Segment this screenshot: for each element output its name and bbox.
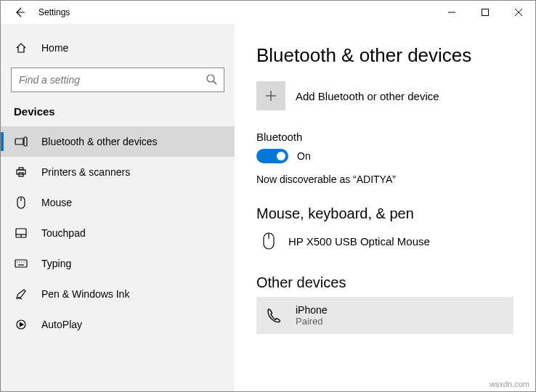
bluetooth-label: Bluetooth [256, 131, 513, 143]
sidebar-item-label: Bluetooth & other devices [41, 136, 158, 147]
pen-icon [14, 288, 28, 300]
page-title: Bluetooth & other devices [256, 44, 513, 67]
sidebar-item-label: Printers & scanners [41, 166, 130, 178]
sidebar-item-typing[interactable]: Typing [1, 248, 235, 279]
back-icon[interactable] [14, 7, 25, 18]
search-icon [206, 73, 217, 85]
sidebar-item-label: Mouse [41, 197, 72, 208]
svg-rect-8 [17, 170, 25, 174]
minimize-button[interactable] [435, 1, 468, 24]
main-panel: Bluetooth & other devices Add Bluetooth … [235, 24, 535, 391]
plus-icon [256, 81, 285, 110]
sidebar-item-pen[interactable]: Pen & Windows Ink [1, 279, 235, 309]
home-label: Home [41, 42, 68, 54]
section-other-title: Other devices [256, 274, 513, 291]
other-device-name: iPhone [296, 304, 328, 316]
search-input[interactable] [11, 68, 224, 92]
other-device-row[interactable]: iPhone Paired [256, 297, 513, 334]
sidebar-item-label: Pen & Windows Ink [41, 288, 129, 300]
discoverable-text: Now discoverable as “ADITYA” [256, 173, 513, 185]
svg-line-5 [214, 81, 216, 84]
watermark: wsxdn.com [490, 380, 529, 388]
section-mouse-title: Mouse, keyboard, & pen [256, 205, 513, 222]
sidebar-group-title: Devices [1, 99, 235, 126]
toggle-state: On [297, 150, 311, 162]
sidebar-item-autoplay[interactable]: AutoPlay [1, 309, 235, 340]
add-device-label: Add Bluetooth or other device [296, 90, 439, 102]
home-nav[interactable]: Home [1, 33, 235, 63]
titlebar: Settings [1, 1, 535, 24]
svg-rect-6 [15, 139, 23, 144]
close-button[interactable] [502, 1, 535, 24]
sidebar-item-label: Typing [41, 258, 71, 269]
svg-point-4 [207, 75, 214, 82]
search-wrap [11, 68, 224, 92]
keyboard-icon [14, 259, 28, 268]
touchpad-icon [14, 228, 28, 238]
bluetooth-toggle-row: On [256, 149, 513, 163]
sidebar-item-printers[interactable]: Printers & scanners [1, 157, 235, 187]
svg-rect-7 [24, 137, 27, 146]
svg-rect-9 [19, 168, 23, 170]
phone-icon [265, 307, 287, 324]
printer-icon [14, 166, 28, 178]
sidebar-item-label: AutoPlay [41, 319, 82, 330]
autoplay-icon [14, 319, 28, 330]
sidebar-item-bluetooth[interactable]: Bluetooth & other devices [1, 126, 235, 157]
window-controls [435, 1, 535, 24]
other-device-info: iPhone Paired [296, 304, 328, 327]
svg-rect-1 [482, 9, 489, 16]
other-device-status: Paired [296, 316, 328, 327]
sidebar-item-mouse[interactable]: Mouse [1, 187, 235, 218]
mouse-device-name: HP X500 USB Optical Mouse [288, 235, 430, 248]
mouse-icon [259, 232, 278, 250]
sidebar-item-touchpad[interactable]: Touchpad [1, 218, 235, 248]
mouse-icon [14, 196, 28, 209]
app-title: Settings [38, 7, 70, 17]
sidebar: Home Devices Bluetooth & other devices P… [1, 24, 235, 391]
sidebar-item-label: Touchpad [41, 227, 86, 239]
mouse-device-row[interactable]: HP X500 USB Optical Mouse [256, 228, 513, 254]
bluetooth-toggle[interactable] [256, 149, 288, 163]
svg-rect-16 [15, 260, 27, 267]
home-icon [14, 42, 28, 54]
add-device-button[interactable]: Add Bluetooth or other device [256, 81, 513, 110]
maximize-button[interactable] [468, 1, 502, 24]
devices-icon [14, 136, 28, 147]
